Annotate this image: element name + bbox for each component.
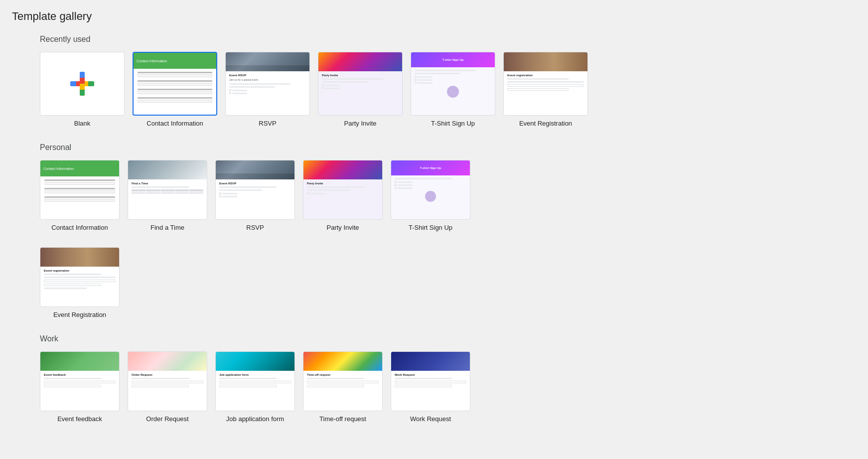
or-input-2 <box>132 385 189 387</box>
order-content: Order Request <box>128 371 207 391</box>
pcb-label-2 <box>325 88 340 89</box>
template-thumb-rsvp-recent[interactable]: Event RSVP Join us for a special event <box>225 52 310 116</box>
template-rsvp-recent[interactable]: Event RSVP Join us for a special event <box>225 52 310 127</box>
template-event-feedback[interactable]: Event feedback Event feedback <box>40 351 120 423</box>
findtime-table <box>132 189 203 194</box>
rsvp-personal-title: Event RSVP <box>219 182 291 185</box>
section-work: Work Event feedback Event feedback <box>40 334 828 423</box>
template-party-recent[interactable]: Party Invite Party Invite <box>318 52 403 127</box>
template-tshirt-personal[interactable]: T-shirt Sign Up <box>391 160 470 231</box>
template-thumb-event-reg-personal[interactable]: Event registration <box>40 247 120 307</box>
tscb-label-2 <box>418 79 433 81</box>
work-photo <box>391 352 470 371</box>
template-tshirt-recent[interactable]: T-shirt Sign Up <box>411 52 495 127</box>
event-content: Event registration <box>504 71 587 95</box>
timeoff-photo <box>303 352 382 371</box>
template-label-party-personal: Party Invite <box>326 224 359 231</box>
rsvp-subtitle: Join us for a special event <box>229 78 306 81</box>
template-thumb-party-recent[interactable]: Party Invite <box>318 52 403 116</box>
pcb1 <box>322 84 324 86</box>
template-contact-info-recent[interactable]: Contact Information Contact Information <box>133 52 217 127</box>
template-label-order-request: Order Request <box>146 415 188 423</box>
ci-p-input-3 <box>44 199 115 202</box>
template-thumb-event-feedback[interactable]: Event feedback <box>40 351 120 411</box>
pp-line-1 <box>307 186 364 188</box>
cb-label-1 <box>232 90 247 91</box>
template-label-event-feedback: Event feedback <box>57 415 102 423</box>
template-thumb-timeoff[interactable]: Time-off request <box>303 351 383 411</box>
template-job-app[interactable]: Job application form Job application for… <box>215 351 295 423</box>
tpcb-label-3 <box>398 187 413 189</box>
template-timeoff[interactable]: Time-off request Time-off request <box>303 351 383 423</box>
template-thumb-tshirt-personal[interactable]: T-shirt Sign Up <box>391 160 470 220</box>
template-party-personal[interactable]: Party Invite Party Invite <box>303 160 383 231</box>
ja-input-1 <box>219 381 291 383</box>
plus-icon <box>70 72 94 96</box>
wr-input-1 <box>395 381 466 383</box>
section-recently-used: Recently used Blank Contact Information <box>40 35 828 127</box>
cb2 <box>229 92 231 94</box>
rsvp-line-1 <box>229 83 290 85</box>
timeoff-title: Time-off request <box>307 373 379 376</box>
timeoff-content: Time-off request <box>303 371 382 391</box>
template-thumb-party-personal[interactable]: Party Invite <box>303 160 383 220</box>
template-thumb-work-request[interactable]: Work Request <box>391 351 470 411</box>
template-work-request[interactable]: Work Request Work Request <box>391 351 470 423</box>
template-label-contact-info-personal: Contact Information <box>51 224 108 231</box>
rsvp-checkbox-2 <box>229 92 306 94</box>
template-thumb-rsvp-personal[interactable]: Event RSVP <box>215 160 295 220</box>
to-input-2 <box>307 385 364 387</box>
cb1 <box>229 89 231 91</box>
to-input-1 <box>307 381 379 383</box>
party-personal-content: Party Invite <box>303 179 382 198</box>
template-label-tshirt-personal: T-Shirt Sign Up <box>409 224 452 231</box>
tscb2 <box>415 79 417 81</box>
event-personal-photo <box>40 248 119 267</box>
template-label-timeoff: Time-off request <box>319 415 366 423</box>
template-rsvp-personal[interactable]: Event RSVP RSVP <box>215 160 295 231</box>
template-thumb-order-request[interactable]: Order Request <box>128 351 207 411</box>
section-title-work: Work <box>40 334 828 343</box>
template-thumb-tshirt-recent[interactable]: T-shirt Sign Up <box>411 52 495 116</box>
tpcb-label-2 <box>398 184 413 186</box>
tpcb-label-1 <box>398 181 413 183</box>
template-find-time[interactable]: Find a Time <box>128 160 207 231</box>
party-personal-photo <box>303 160 382 179</box>
wr-input-2 <box>395 385 452 387</box>
template-order-request[interactable]: Order Request Order Request <box>128 351 207 423</box>
template-thumb-contact-info-personal[interactable]: Contact Information <box>40 160 120 220</box>
template-contact-info-personal[interactable]: Contact Information Contact Information <box>40 160 120 231</box>
tp-cb-3 <box>395 187 466 189</box>
section-title-recently-used: Recently used <box>40 35 828 44</box>
template-thumb-find-time[interactable]: Find a Time <box>128 160 207 220</box>
pcb2 <box>322 87 324 89</box>
feedback-content: Event feedback <box>40 371 119 391</box>
template-thumb-blank[interactable] <box>40 52 125 116</box>
section-personal: Personal Contact Information <box>40 143 828 318</box>
template-label-party-recent: Party Invite <box>344 120 376 127</box>
template-thumb-contact-info-recent[interactable]: Contact Information <box>133 52 217 116</box>
wr-line-1 <box>395 378 452 379</box>
form-label-2 <box>138 80 212 82</box>
template-label-tshirt-recent: T-Shirt Sign Up <box>431 120 475 127</box>
order-title: Order Request <box>132 373 203 376</box>
event-personal-content: Event registration <box>40 267 119 293</box>
party-line-1 <box>322 78 383 80</box>
template-event-reg-personal[interactable]: Event registration Event Registration <box>40 247 120 318</box>
work-content: Work Request <box>391 371 470 391</box>
order-photo <box>128 352 207 371</box>
template-thumb-event-reg-recent[interactable]: Event registration <box>503 52 588 116</box>
template-blank[interactable]: Blank <box>40 52 125 127</box>
form-input-3 <box>138 91 212 94</box>
personal-row-1: Contact Information Contact Information <box>40 160 828 231</box>
rsvp-content: Event RSVP Join us for a special event <box>226 71 309 98</box>
ev-input-2 <box>507 88 569 91</box>
template-event-reg-recent[interactable]: Event registration Event Registration <box>503 52 588 127</box>
contact-info-header-text: Contact Information <box>137 59 167 63</box>
ja-input-2 <box>219 385 277 387</box>
ci-personal-header: Contact Information <box>40 160 119 176</box>
tscb-label-3 <box>418 82 433 84</box>
ci-p-input-2 <box>44 190 115 193</box>
tshirt-header: T-shirt Sign Up <box>411 52 495 67</box>
template-thumb-job-app[interactable]: Job application form <box>215 351 295 411</box>
